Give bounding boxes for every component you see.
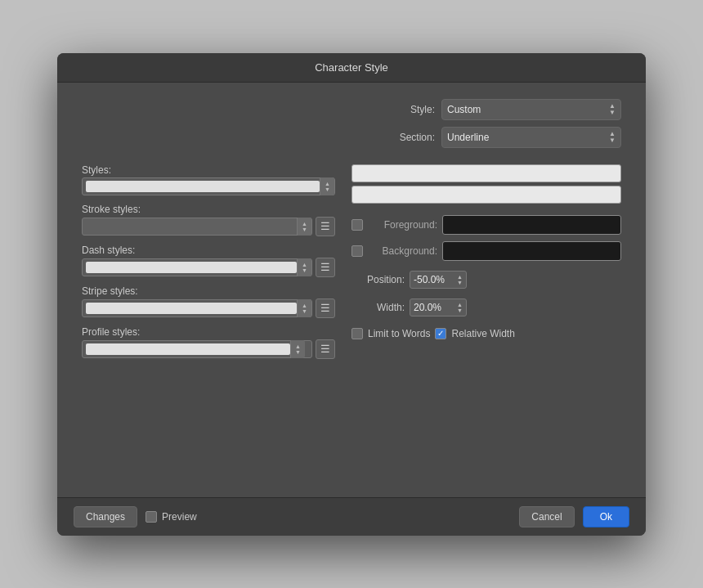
stripe-styles-label: Stripe styles: <box>82 285 335 297</box>
stroke-input[interactable]: ▲ ▼ <box>82 218 312 236</box>
stroke-combo-row: ▲ ▼ ☰ <box>82 217 335 236</box>
stroke-list-button[interactable]: ☰ <box>316 217 335 236</box>
top-color-block-2 <box>352 186 621 204</box>
profile-input[interactable]: ▲ ▼ <box>82 340 312 358</box>
right-top-colors <box>352 164 621 204</box>
dash-arrows-icon[interactable]: ▲ ▼ <box>297 258 311 276</box>
position-row: Position: -50.0% ▲ ▼ <box>352 271 621 289</box>
dash-input[interactable]: ▲ ▼ <box>82 258 312 276</box>
width-spinner[interactable]: 20.0% ▲ ▼ <box>410 298 467 316</box>
options-row: Limit to Words Relative Width <box>352 328 621 339</box>
foreground-checkbox[interactable] <box>352 219 363 231</box>
section-arrows-icon: ▲ ▼ <box>609 131 616 144</box>
stroke-styles-label: Stroke styles: <box>82 204 335 215</box>
width-label: Width: <box>352 302 405 313</box>
profile-arrows-icon[interactable]: ▲ ▼ <box>290 340 305 358</box>
background-row: Background: <box>352 241 621 261</box>
preview-checkbox[interactable] <box>146 511 157 523</box>
position-spinner[interactable]: -50.0% ▲ ▼ <box>410 271 467 289</box>
style-label: Style: <box>386 104 435 115</box>
preview-label: Preview <box>162 511 197 523</box>
stripe-list-button[interactable]: ☰ <box>316 298 335 318</box>
profile-inner <box>86 343 290 355</box>
foreground-label: Foreground: <box>368 219 437 231</box>
top-fields: Style: Custom ▲ ▼ Section: Underline ▲ ▼ <box>82 99 621 148</box>
limit-to-words-checkbox[interactable] <box>352 328 363 339</box>
foreground-row: Foreground: <box>352 215 621 235</box>
ok-button[interactable]: Ok <box>583 506 629 527</box>
width-row: Width: 20.0% ▲ ▼ <box>352 298 621 316</box>
profile-styles-label: Profile styles: <box>82 326 335 338</box>
styles-inner <box>86 181 320 192</box>
stripe-styles-section: Stripe styles: ▲ ▼ ☰ <box>82 285 335 318</box>
dialog-title: Character Style <box>57 53 646 83</box>
left-panel: Styles: ▲ ▼ Stroke styles: <box>82 164 335 481</box>
background-swatch[interactable] <box>442 241 621 261</box>
dash-list-button[interactable]: ☰ <box>316 258 335 277</box>
section-select[interactable]: Underline ▲ ▼ <box>441 127 621 148</box>
profile-styles-section: Profile styles: ▲ ▼ ☰ <box>82 326 335 359</box>
position-arrows-icon: ▲ ▼ <box>457 274 463 285</box>
character-style-dialog: Character Style Style: Custom ▲ ▼ Sectio… <box>57 53 646 536</box>
limit-to-words-label: Limit to Words <box>368 328 430 339</box>
main-area: Styles: ▲ ▼ Stroke styles: <box>82 164 621 481</box>
bottom-bar: Changes Preview Cancel Ok <box>57 497 646 536</box>
section-label: Section: <box>386 132 435 143</box>
stripe-inner <box>86 303 297 314</box>
stroke-arrows-icon[interactable]: ▲ ▼ <box>297 218 311 236</box>
foreground-swatch[interactable] <box>442 215 621 235</box>
stroke-styles-section: Stroke styles: ▲ ▼ ☰ <box>82 204 335 236</box>
position-label: Position: <box>352 274 405 285</box>
right-panel: Foreground: Background: Position: -50.0% <box>352 164 621 481</box>
background-checkbox[interactable] <box>352 245 363 257</box>
relative-width-label: Relative Width <box>451 328 514 339</box>
relative-width-checkbox[interactable] <box>435 328 446 339</box>
stripe-arrows-icon[interactable]: ▲ ▼ <box>297 299 311 317</box>
preview-row: Preview <box>146 511 197 523</box>
style-arrows-icon: ▲ ▼ <box>609 103 616 116</box>
styles-combo-row: ▲ ▼ <box>82 177 335 195</box>
background-label: Background: <box>368 245 437 257</box>
styles-input[interactable]: ▲ ▼ <box>82 177 335 195</box>
top-color-block-1 <box>352 164 621 182</box>
stripe-combo-row: ▲ ▼ ☰ <box>82 298 335 318</box>
dash-styles-label: Dash styles: <box>82 245 335 256</box>
style-select[interactable]: Custom ▲ ▼ <box>441 99 621 120</box>
styles-label: Styles: <box>82 164 335 176</box>
dialog-content: Style: Custom ▲ ▼ Section: Underline ▲ ▼ <box>57 83 646 497</box>
section-field-row: Section: Underline ▲ ▼ <box>386 127 621 148</box>
profile-list-button[interactable]: ☰ <box>316 339 335 359</box>
dash-combo-row: ▲ ▼ ☰ <box>82 258 335 277</box>
profile-combo-row: ▲ ▼ ☰ <box>82 339 335 359</box>
dash-styles-section: Dash styles: ▲ ▼ ☰ <box>82 245 335 277</box>
styles-arrows-icon[interactable]: ▲ ▼ <box>320 177 334 195</box>
styles-section: Styles: ▲ ▼ <box>82 164 335 195</box>
stripe-input[interactable]: ▲ ▼ <box>82 299 312 317</box>
style-field-row: Style: Custom ▲ ▼ <box>386 99 621 120</box>
width-arrows-icon: ▲ ▼ <box>457 302 463 313</box>
dash-inner <box>86 262 297 273</box>
cancel-button[interactable]: Cancel <box>519 506 574 527</box>
changes-button[interactable]: Changes <box>74 506 137 527</box>
